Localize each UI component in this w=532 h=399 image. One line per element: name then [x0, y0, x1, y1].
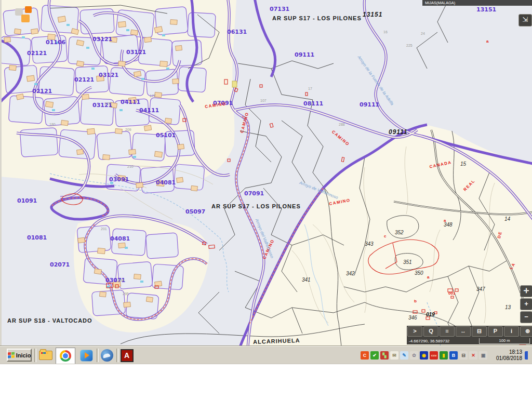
scale-bar: 100 m [479, 338, 530, 344]
chrome-icon [60, 350, 71, 362]
info-button[interactable]: i [504, 326, 519, 337]
system-tray: C✔▚✉✎✿◉ccu▮B⊟✕▣ 18:13 01/08/2018 [361, 348, 528, 363]
tray-cleaner-icon[interactable]: C [361, 351, 369, 360]
empty-screen-area [0, 364, 532, 399]
tray-mute-icon[interactable]: ✕ [469, 351, 477, 360]
clock-date: 01/08/2018 [496, 355, 522, 361]
start-button[interactable]: Inicio [7, 349, 32, 362]
next-button[interactable]: > [407, 326, 422, 337]
windows-logo-icon [8, 352, 15, 358]
tray-antivirus-icon[interactable]: ▚ [380, 351, 389, 360]
coordinates-readout: -4.667290, 36.589732 [409, 339, 449, 343]
window-title: MIJAS(MALAGA) [422, 0, 532, 6]
tray-icon-group: C✔▚✉✎✿◉ccu▮B⊟✕▣ [361, 351, 487, 360]
tray-pen-icon[interactable]: ✎ [400, 351, 408, 360]
tray-ccu-icon[interactable]: ccu [430, 351, 438, 360]
taskbar-item-thunderbird[interactable] [99, 348, 115, 363]
taskbar-item-acrobat[interactable]: A [118, 348, 135, 363]
extent-button[interactable]: ↔ [456, 326, 471, 337]
print-button[interactable]: ⊟ [472, 326, 487, 337]
taskbar: Inicio A C✔▚✉✎✿◉ccu▮B⊟✕▣ 18:13 01/08/201… [0, 346, 532, 364]
taskbar-separator [34, 349, 36, 362]
tray-partial-icon[interactable] [525, 351, 528, 360]
position-button[interactable]: P [488, 326, 503, 337]
tray-printer-icon[interactable]: ⊟ [459, 351, 468, 360]
map-statusbar: -4.667290, 36.589732 100 m [407, 337, 532, 344]
zoom-in-button[interactable]: + [520, 298, 532, 310]
tray-flower-icon[interactable]: ✿ [410, 351, 418, 360]
tray-network-icon[interactable]: ▣ [479, 351, 487, 360]
tray-update-icon[interactable]: ✔ [370, 351, 379, 360]
start-label: Inicio [16, 352, 31, 358]
tray-chart-icon[interactable]: ▮ [440, 351, 448, 360]
zoom-out-button[interactable]: − [520, 311, 532, 323]
window-edge [0, 0, 2, 346]
taskbar-item-chrome[interactable] [56, 348, 75, 364]
taskbar-clock[interactable]: 18:13 01/08/2018 [491, 349, 522, 362]
taskbar-item-media-player[interactable] [78, 348, 95, 363]
layers-button[interactable]: ≡ [440, 326, 455, 337]
tray-b-icon[interactable]: B [449, 351, 458, 360]
map-drawing [0, 0, 532, 346]
map-canvas[interactable]: 0713106131091110110603121021210312102121… [0, 0, 532, 346]
acrobat-icon: A [121, 349, 134, 362]
thunderbird-icon [101, 349, 113, 362]
tray-mail-icon[interactable]: ✉ [390, 351, 398, 360]
fullscreen-button[interactable]: ⇲ [518, 14, 532, 26]
desktop: 0713106131091110110603121021210312102121… [0, 0, 532, 399]
globe-button[interactable]: ⊕ [520, 326, 532, 337]
taskbar-item-file-explorer[interactable] [37, 348, 54, 363]
map-toolbar: >Q≡↔⊟Pi⊕ [407, 326, 532, 337]
pan-button[interactable]: ✛ [520, 285, 532, 297]
tray-signal-icon[interactable]: ◉ [420, 351, 428, 360]
media-player-icon [80, 350, 93, 362]
folder-icon [39, 351, 52, 360]
clock-time: 18:13 [509, 349, 522, 355]
search-button[interactable]: Q [423, 326, 438, 337]
